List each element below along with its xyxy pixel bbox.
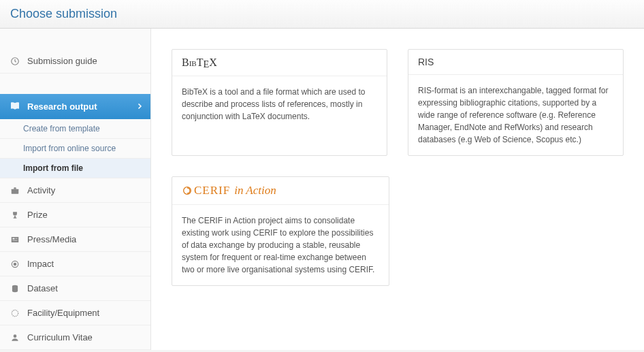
- sidebar-item-facility-equipment[interactable]: Facility/Equipment: [0, 301, 150, 325]
- svg-rect-2: [12, 236, 19, 242]
- card-cerif[interactable]: CERIF in Action The CERIF in Action proj…: [172, 176, 389, 286]
- sidebar: Submission guide Research output Create …: [0, 29, 151, 350]
- sidebar-item-press-media[interactable]: Press/Media: [0, 227, 150, 252]
- bibtex-logo: BibTeX: [182, 57, 217, 69]
- sidebar-item-prize[interactable]: Prize: [0, 203, 150, 227]
- sidebar-subitem-label: Import from online source: [23, 144, 116, 153]
- svg-point-7: [14, 263, 16, 266]
- card-ris[interactable]: RIS RIS-format is an interexchangable, t…: [408, 49, 624, 156]
- clock-icon: [8, 57, 22, 66]
- sidebar-item-cv[interactable]: Curriculum Vitae: [0, 325, 150, 350]
- briefcase-icon: [8, 186, 22, 195]
- card-bibtex[interactable]: BibTeX BibTeX is a tool and a file forma…: [172, 49, 387, 156]
- sidebar-item-label: Activity: [27, 185, 55, 195]
- svg-point-10: [14, 334, 17, 338]
- sidebar-item-label: Submission guide: [27, 56, 97, 66]
- trophy-icon: [8, 210, 22, 220]
- sidebar-item-label: Press/Media: [27, 234, 76, 244]
- card-body: The CERIF in Action project aims to cons…: [172, 205, 389, 285]
- sidebar-item-activity[interactable]: Activity: [0, 178, 150, 203]
- book-icon: [8, 101, 22, 112]
- card-header: CERIF in Action: [172, 177, 389, 205]
- sidebar-item-label: Impact: [27, 259, 54, 269]
- card-body: RIS-format is an interexchangable, tagge…: [408, 75, 623, 155]
- chevron-right-icon: [135, 101, 144, 111]
- sidebar-item-label: Curriculum Vitae: [27, 332, 93, 342]
- database-icon: [8, 284, 22, 293]
- svg-point-9: [12, 310, 18, 316]
- sidebar-subitem-label: Import from file: [23, 163, 83, 173]
- person-icon: [8, 333, 22, 342]
- sidebar-item-research-output[interactable]: Research output: [0, 94, 150, 119]
- svg-rect-3: [13, 238, 15, 239]
- sidebar-subitem-label: Create from template: [23, 124, 100, 133]
- sidebar-subitem-import-online[interactable]: Import from online source: [0, 139, 150, 159]
- sidebar-item-submission-guide[interactable]: Submission guide: [0, 49, 150, 74]
- sidebar-item-impact[interactable]: Impact: [0, 252, 150, 276]
- sidebar-item-dataset[interactable]: Dataset: [0, 276, 150, 301]
- card-header: RIS: [408, 50, 623, 75]
- cerif-logo: CERIF in Action: [182, 184, 276, 197]
- page-header: Choose submission: [0, 0, 644, 29]
- svg-rect-1: [12, 189, 19, 193]
- card-header: BibTeX: [172, 50, 387, 76]
- main-content: BibTeX BibTeX is a tool and a file forma…: [151, 29, 644, 350]
- gear-icon: [8, 308, 22, 318]
- card-body: BibTeX is a tool and a file format which…: [172, 76, 387, 144]
- sidebar-subitem-create-template[interactable]: Create from template: [0, 119, 150, 139]
- target-icon: [8, 259, 22, 269]
- sidebar-item-label: Dataset: [27, 283, 58, 293]
- sidebar-item-label: Research output: [27, 101, 97, 112]
- sidebar-subitem-import-file[interactable]: Import from file: [0, 159, 150, 178]
- newspaper-icon: [8, 235, 22, 244]
- sidebar-item-label: Prize: [27, 210, 48, 220]
- card-title: RIS: [418, 57, 434, 67]
- page-title: Choose submission: [10, 7, 634, 21]
- sidebar-item-label: Facility/Equipment: [27, 308, 99, 318]
